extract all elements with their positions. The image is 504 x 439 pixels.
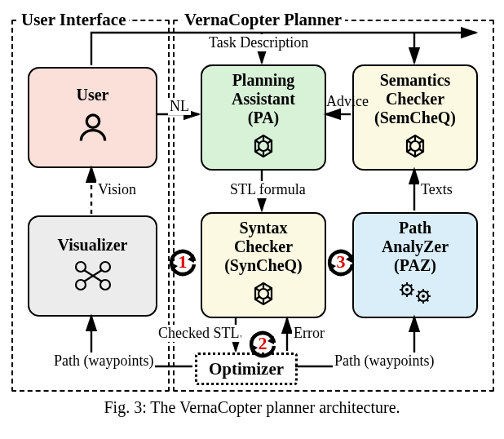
openai-icon — [401, 132, 429, 164]
svg-line-17 — [402, 285, 404, 286]
drone-icon — [73, 259, 113, 296]
cycle-1-number: 1 — [179, 251, 188, 273]
pa-node-label: Planning Assistant (PA) — [232, 71, 295, 127]
cycle-2: 2 — [246, 328, 279, 361]
svg-line-19 — [402, 293, 404, 295]
edge-advice: Advice — [325, 93, 370, 110]
cycle-3-number: 3 — [337, 251, 346, 273]
planning-assistant-node: Planning Assistant (PA) — [201, 64, 326, 171]
edge-task-description: Task Description — [207, 34, 310, 51]
edge-texts: Texts — [419, 181, 454, 198]
user-icon — [75, 109, 111, 149]
diagram-canvas: User Interface VernaCopter Planner User … — [10, 10, 494, 393]
edge-path-left: Path (waypoints) — [52, 353, 155, 370]
figure-caption: Fig. 3: The VernaCopter planner architec… — [10, 398, 494, 417]
user-node-label: User — [77, 86, 109, 104]
svg-point-0 — [86, 115, 99, 127]
syncheq-node-label: Syntax Checker (SynCheQ) — [224, 219, 303, 275]
user-node: User — [28, 67, 157, 168]
edge-nl: NL — [168, 98, 191, 115]
edge-stl-formula: STL formula — [228, 181, 307, 198]
syntax-checker-node: Syntax Checker (SynCheQ) — [201, 212, 326, 318]
planner-section-title: VernaCopter Planner — [181, 10, 345, 30]
svg-line-16 — [410, 285, 412, 286]
edge-error: Error — [292, 325, 326, 342]
path-analyzer-node: Path AnalyZer (PAZ) — [352, 212, 478, 318]
ui-section-title: User Interface — [18, 10, 129, 30]
svg-line-18 — [410, 293, 412, 295]
visualizer-node-label: Visualizer — [58, 236, 128, 255]
openai-icon — [250, 132, 277, 164]
svg-line-27 — [418, 291, 420, 293]
svg-point-21 — [422, 295, 425, 298]
paz-node-label: Path AnalyZer (PAZ) — [382, 219, 449, 275]
gears-icon — [397, 280, 433, 312]
svg-point-11 — [405, 288, 409, 291]
cycle-2-number: 2 — [259, 333, 267, 354]
cycle-3: 3 — [325, 246, 357, 279]
optimizer-node-label: Optimizer — [209, 359, 284, 379]
svg-line-29 — [418, 299, 420, 301]
edge-checked-stl: Checked STL — [157, 325, 241, 342]
edge-vision: Vision — [96, 181, 138, 198]
svg-line-28 — [427, 299, 428, 301]
semantics-checker-node: Semantics Checker (SemCheQ) — [352, 64, 478, 171]
edge-path-right: Path (waypoints) — [333, 353, 435, 370]
semcheq-node-label: Semantics Checker (SemCheQ) — [374, 71, 456, 127]
visualizer-node: Visualizer — [28, 215, 157, 317]
openai-icon — [250, 280, 277, 312]
cycle-1: 1 — [166, 246, 199, 279]
svg-line-26 — [427, 291, 428, 293]
